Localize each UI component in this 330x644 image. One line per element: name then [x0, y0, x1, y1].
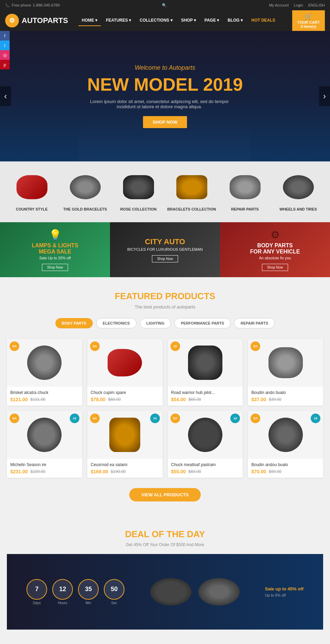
timer-days: 7 Days — [26, 579, 47, 605]
product-card[interactable]: SA 10 Ceusrnod ea salami $169.00 $190.00 — [87, 411, 163, 478]
hero-subtitle: Welcome to Autoparts — [87, 64, 243, 71]
deal-banner: 7 Days 12 Hours 35 Min 50 Sec Sale up to… — [7, 554, 323, 630]
product-card[interactable]: SA Boudin ando bualo $37.00 $39.00 — [248, 339, 323, 406]
deal-section: DEAL OF THE DAY Get 45% Off Your Order O… — [0, 515, 330, 636]
nav-home[interactable]: HOME ▾ — [78, 15, 101, 26]
tab-repair[interactable]: REPAIR PARTS — [234, 318, 275, 328]
filter-img — [109, 418, 140, 452]
sale-up-text: Sale up to 45% off — [265, 586, 304, 591]
nav-hot-deals[interactable]: HOT DEALS — [248, 15, 278, 26]
deal-text-block: Sale up to 45% off Up to 5% off — [265, 586, 304, 597]
nav-page[interactable]: PAGE ▾ — [201, 15, 222, 26]
hero-next-button[interactable]: › — [319, 86, 330, 106]
promo-banners: 💡 LAMPS & LIGHTSMEGA SALE Sale Up to 20%… — [0, 222, 330, 277]
timer-sec-label: Sec — [104, 601, 124, 605]
top-bar-right: My Account Login ENGLISH — [269, 3, 325, 7]
hero-title-year: 2019 — [203, 75, 243, 94]
deal-offer-text: Up to 5% off — [265, 593, 304, 597]
promo-body-btn[interactable]: Shop Now — [262, 264, 288, 271]
bracelets-collection-icon — [176, 175, 207, 199]
product-name: Chuck meatloaf pastram — [171, 462, 240, 467]
phone-icon: 📞 — [5, 3, 10, 8]
price-old: $90.00 — [269, 469, 282, 474]
top-bar: 📞 Free phone 1-888-345-6789 🔍 My Account… — [0, 0, 330, 10]
product-card[interactable]: SA 10 Michelin Season ire $231.00 $239.0… — [7, 411, 82, 478]
product-card[interactable]: SA 10 Boudin andou bualo $70.00 $90.00 — [248, 411, 323, 478]
product-info: Brisket alcatra chuck $121.00 $131.00 — [7, 387, 82, 406]
category-wheels-tires[interactable]: WHEELS AND TIRES — [273, 172, 323, 212]
category-gold-bracelets[interactable]: THE GOLD BRACELETS — [60, 172, 110, 212]
login-link[interactable]: Login — [294, 3, 303, 7]
language-selector[interactable]: ENGLISH — [308, 3, 325, 7]
search-icon[interactable]: 🔍 — [162, 3, 167, 8]
filter-tabs: BODY PARTS ELECTRONICS LIGHTING PERFORMA… — [7, 318, 323, 328]
product-card[interactable]: SA 10 Chuck meatloaf pastram $55.00 $83.… — [168, 411, 243, 478]
category-bracelets-collection[interactable]: BRACELETS COLLECTION — [167, 172, 217, 212]
promo-lamps-btn[interactable]: Shop Now — [42, 264, 68, 271]
facebook-icon[interactable]: f — [0, 31, 10, 41]
price-old: $190.00 — [111, 469, 125, 474]
featured-section: FEATURED PRODUCTS The best products of a… — [0, 277, 330, 515]
alternator-img — [188, 346, 222, 380]
product-info: Road warrior hub pilot... $54.00 $65.00 — [168, 387, 243, 406]
product-card[interactable]: SA Brisket alcatra chuck $121.00 $131.00 — [7, 339, 82, 406]
instagram-icon[interactable]: ◎ — [0, 50, 10, 60]
category-label-country-style: COUNTRY STYLE — [16, 207, 47, 212]
promo-banner-body[interactable]: ⚙ BODY PARTSFOR ANY VEHICLE An absolute … — [220, 222, 330, 277]
promo-lamps-subtitle: Sale Up to 20% off — [39, 256, 71, 260]
timer-sec-value: 50 — [104, 579, 124, 600]
timer-hours-label: Hours — [52, 601, 73, 605]
product-price: $37.00 $39.00 — [251, 397, 320, 402]
hero-cta-button[interactable]: SHOP NOW — [143, 116, 187, 128]
my-account-link[interactable]: My Account — [269, 3, 289, 7]
nav-blog[interactable]: BLOG ▾ — [224, 15, 246, 26]
product-price: $54.00 $65.00 — [171, 397, 240, 402]
promo-banner-lamps[interactable]: 💡 LAMPS & LIGHTSMEGA SALE Sale Up to 20%… — [0, 222, 110, 277]
products-grid: SA Brisket alcatra chuck $121.00 $131.00… — [7, 339, 323, 478]
category-label-repair-parts: REPAIR PARTS — [231, 207, 258, 212]
product-info: Ceusrnod ea salami $169.00 $190.00 — [87, 459, 163, 478]
cart-button[interactable]: 🛒 YOUR CART 0 Item(s) — [292, 10, 325, 31]
bumper-img — [108, 349, 142, 376]
category-country-style[interactable]: COUNTRY STYLE — [7, 172, 57, 212]
pinterest-icon[interactable]: p — [0, 60, 10, 69]
deal-product-2 — [198, 578, 240, 606]
product-info: Boudin ando bualo $37.00 $39.00 — [248, 387, 323, 406]
category-rose-collection[interactable]: ROSE COLLECTION — [113, 172, 163, 212]
tab-body-parts[interactable]: BODY PARTS — [55, 318, 93, 328]
product-card[interactable]: 10 Road warrior hub pilot... $54.00 $65.… — [168, 339, 243, 406]
price-current: $231.00 — [10, 469, 28, 474]
phone-number[interactable]: 1-888-345-6789 — [33, 3, 59, 7]
rose-collection-icon — [123, 175, 154, 199]
nav-collections[interactable]: COLLECTIONS ▾ — [136, 15, 176, 26]
hero-section: ‹ Welcome to Autoparts NEW MODEL 2019 Lo… — [0, 31, 330, 161]
tab-lighting[interactable]: LIGHTING — [140, 318, 171, 328]
deal-timer: 7 Days 12 Hours 35 Min 50 Sec — [26, 579, 124, 605]
product-price: $231.00 $239.00 — [10, 469, 79, 474]
price-old: $80.00 — [108, 397, 121, 402]
deal-title: DEAL OF THE DAY — [7, 529, 323, 540]
price-old: $39.00 — [269, 397, 282, 402]
twitter-icon[interactable]: t — [0, 41, 10, 50]
product-card[interactable]: SA Chuck cupim spare $78.00 $80.00 — [87, 339, 163, 406]
disc-img — [27, 418, 62, 452]
price-old: $239.00 — [31, 469, 45, 474]
header: ⚙ AUTOPARTS HOME ▾ FEATURES ▾ COLLECTION… — [0, 10, 330, 31]
hero-prev-button[interactable]: ‹ — [0, 86, 11, 106]
price-old: $131.00 — [31, 397, 45, 402]
logo-text: AUTOPARTS — [22, 16, 68, 25]
logo[interactable]: ⚙ AUTOPARTS — [5, 14, 68, 27]
tab-electronics[interactable]: ELECTRONICS — [96, 318, 136, 328]
featured-heading: FEATURED PRODUCTS — [7, 291, 323, 302]
category-repair-parts[interactable]: REPAIR PARTS — [220, 172, 270, 212]
view-more-button[interactable]: VIEW ALL PRODUCTS — [129, 488, 201, 501]
category-img-rose-collection — [120, 172, 157, 203]
nav-shop[interactable]: SHOP ▾ — [178, 15, 199, 26]
tab-performance[interactable]: PERFORMANCE PARTS — [174, 318, 231, 328]
product-badge-blue: 10 — [70, 414, 79, 423]
featured-heading-highlight: FEATURED — [115, 291, 163, 301]
promo-banner-city[interactable]: CITY AUTO BICYCLES FOR LUXURIOUS GENTLEM… — [110, 222, 220, 277]
promo-city-btn[interactable]: Shop Now — [152, 255, 178, 262]
product-info: Boudin andou bualo $70.00 $90.00 — [248, 459, 323, 478]
nav-features[interactable]: FEATURES ▾ — [102, 15, 134, 26]
